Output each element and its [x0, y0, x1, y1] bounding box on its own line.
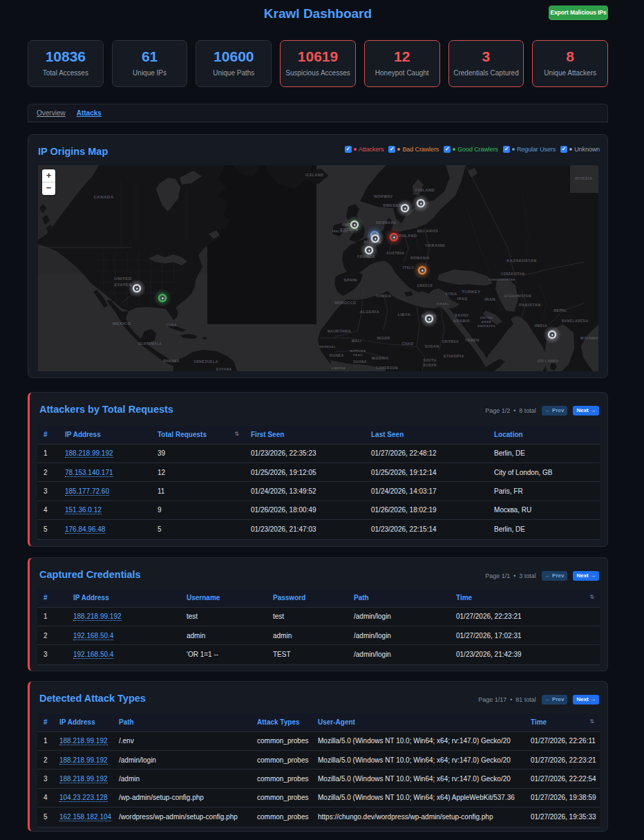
svg-text:TURKMENISTAN: TURKMENISTAN — [488, 278, 515, 281]
svg-text:BURKINA: BURKINA — [350, 349, 366, 353]
svg-text:KAZAKHSTAN: KAZAKHSTAN — [506, 259, 536, 263]
svg-text:MOROCCO: MOROCCO — [335, 301, 357, 305]
svg-text:CHAD: CHAD — [402, 342, 414, 346]
svg-text:FASO: FASO — [353, 353, 363, 357]
svg-text:ALGERIA: ALGERIA — [360, 310, 380, 314]
svg-text:ISRAEL: ISRAEL — [437, 302, 450, 306]
svg-text:NIGERIA: NIGERIA — [372, 356, 389, 360]
svg-text:NEPAL: NEPAL — [553, 308, 567, 312]
svg-text:ARAB: ARAB — [482, 320, 491, 324]
svg-text:ROMANIA: ROMANIA — [410, 256, 430, 260]
svg-text:PAKISTAN: PAKISTAN — [519, 303, 541, 307]
svg-text:MEXICO: MEXICO — [113, 321, 131, 326]
svg-text:YEMEN: YEMEN — [465, 338, 480, 342]
svg-text:BANGLADESH: BANGLADESH — [562, 319, 588, 323]
svg-text:CUBA: CUBA — [166, 324, 177, 327]
svg-text:MYANMAR: MYANMAR — [580, 336, 598, 340]
svg-text:SAUDI: SAUDI — [455, 313, 468, 317]
svg-text:ITALY: ITALY — [403, 265, 414, 270]
svg-text:SPAIN: SPAIN — [343, 278, 357, 282]
svg-text:GHANA: GHANA — [353, 360, 367, 364]
svg-text:IRELAND: IRELAND — [332, 230, 348, 233]
svg-text:UKRAINE: UKRAINE — [426, 243, 446, 248]
svg-text:RUSSIA: RUSSIA — [575, 176, 593, 180]
svg-text:LIBYA: LIBYA — [398, 312, 411, 317]
svg-text:ETHIOPIA: ETHIOPIA — [444, 354, 464, 358]
svg-text:GUINEA: GUINEA — [329, 354, 343, 357]
svg-text:ARABIA: ARABIA — [453, 319, 471, 323]
svg-text:PANAMA: PANAMA — [163, 360, 179, 363]
svg-text:NORWAY: NORWAY — [374, 194, 393, 198]
svg-text:TURKEY: TURKEY — [462, 289, 481, 294]
svg-text:AUSTRIA: AUSTRIA — [386, 251, 404, 255]
svg-text:FINLAND: FINLAND — [415, 188, 435, 192]
svg-text:UNITED: UNITED — [480, 316, 493, 319]
svg-text:SYRIA: SYRIA — [446, 292, 457, 296]
svg-text:VENEZUELA: VENEZUELA — [193, 360, 218, 364]
svg-text:GUATEMALA: GUATEMALA — [138, 342, 162, 346]
svg-text:SRI LANKA: SRI LANKA — [538, 360, 558, 363]
svg-text:GREECE: GREECE — [417, 284, 433, 288]
svg-text:EMIRATES: EMIRATES — [477, 324, 495, 328]
svg-text:SUDAN: SUDAN — [423, 364, 436, 367]
svg-text:TUNISIA: TUNISIA — [376, 295, 391, 298]
svg-text:SENEGAL: SENEGAL — [319, 345, 336, 348]
svg-text:DENMARK: DENMARK — [376, 221, 397, 225]
svg-text:CAMEROON: CAMEROON — [376, 366, 398, 370]
svg-text:ERITREA: ERITREA — [442, 340, 459, 344]
svg-text:IRAN: IRAN — [484, 297, 495, 301]
svg-text:INDIA: INDIA — [535, 323, 548, 328]
svg-text:MALI: MALI — [352, 339, 362, 343]
svg-text:AFGHANISTAN: AFGHANISTAN — [504, 295, 531, 298]
svg-text:LIBERIA: LIBERIA — [332, 366, 346, 370]
svg-text:SUDAN: SUDAN — [425, 344, 439, 348]
svg-text:UNITED: UNITED — [114, 276, 131, 281]
svg-text:MAURITANIA: MAURITANIA — [328, 330, 351, 333]
svg-text:SOUTH: SOUTH — [424, 359, 437, 362]
svg-text:ICELAND: ICELAND — [305, 173, 323, 177]
svg-text:IRAQ: IRAQ — [457, 297, 468, 301]
svg-text:CANADA: CANADA — [93, 194, 113, 199]
svg-text:UZBEKISTAN: UZBEKISTAN — [501, 272, 525, 276]
svg-text:GUYANA: GUYANA — [216, 368, 232, 371]
svg-text:NIGER: NIGER — [377, 336, 390, 340]
svg-text:BELARUS: BELARUS — [417, 229, 438, 233]
